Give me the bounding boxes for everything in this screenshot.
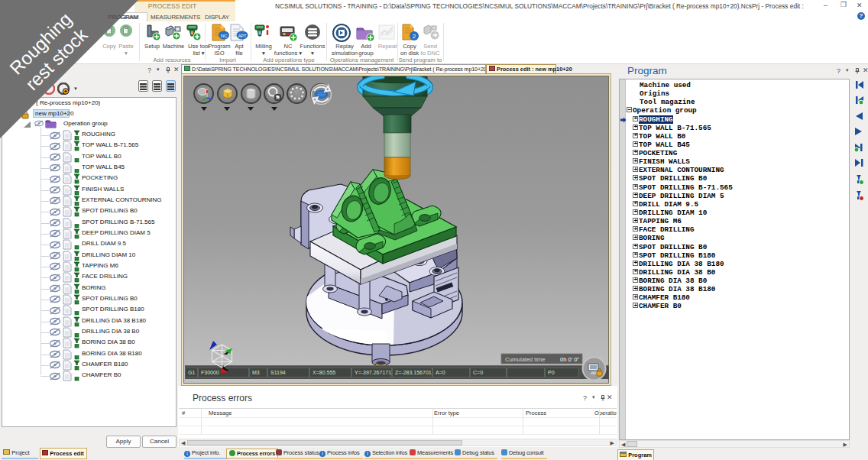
svg-text:APT: APT [238, 34, 247, 38]
svg-text:0h 0' 0": 0h 0' 0" [560, 356, 579, 363]
svg-text:2: 2 [413, 33, 416, 40]
svg-text:Cumulated time: Cumulated time [505, 356, 546, 363]
svg-text:NC: NC [221, 34, 228, 38]
